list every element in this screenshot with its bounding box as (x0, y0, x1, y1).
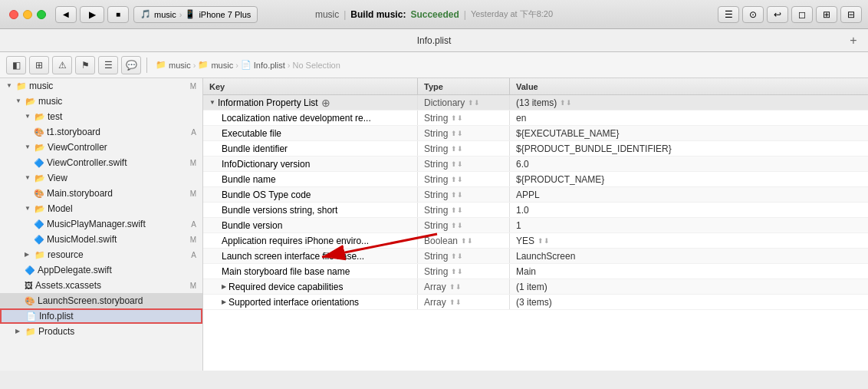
breadcrumb-nav: 📁 music › 📁 music › 📄 Info.plist › No Se… (156, 60, 340, 70)
key-label-8: Bundle version (222, 220, 282, 231)
breadcrumb-root[interactable]: music (169, 61, 191, 70)
breadcrumb-infoplist[interactable]: Info.plist (254, 61, 285, 70)
sidebar-item-vc-swift[interactable]: 🔷 ViewController.swift M (0, 155, 202, 170)
add-tab-button[interactable]: + (845, 32, 862, 49)
music-folder-icon: 📂 (25, 97, 36, 107)
plist-row-main-storyboard[interactable]: Main storyboard file base name String ⬆⬇… (203, 264, 868, 279)
plist-row-root[interactable]: ▼ Information Property List ⊕ Dictionary… (203, 95, 868, 110)
t1-storyboard-icon: 🎨 (34, 127, 44, 137)
value-label-3: ${PRODUCT_BUNDLE_IDENTIFIER} (516, 143, 672, 154)
run-button[interactable]: ▶ (80, 6, 104, 23)
pipe-separator: | (344, 9, 346, 20)
sidebar-item-products[interactable]: ▶ 📁 Products (0, 324, 202, 339)
tab-info-plist[interactable]: Info.plist (417, 35, 452, 46)
sidebar-item-model-folder[interactable]: ▼ 📂 Model (0, 201, 202, 216)
required-device-disclosure[interactable]: ▶ (222, 283, 226, 290)
key-label-10: Launch screen interface file base... (222, 251, 364, 262)
type-stepper-root[interactable]: ⬆⬇ (468, 99, 480, 107)
sidebar-item-view-folder[interactable]: ▼ 📂 View (0, 170, 202, 186)
plist-row-infodict[interactable]: InfoDictionary version String ⬆⬇ 6.0 (203, 157, 868, 172)
plist-row-localization[interactable]: Localization native development re... St… (203, 110, 868, 126)
minimize-button[interactable] (23, 10, 32, 19)
sidebar-item-musicmodel-swift[interactable]: 🔷 MusicModel.swift M (0, 232, 202, 247)
version-editor-button[interactable]: ⊟ (840, 6, 862, 23)
comment-button[interactable]: 💬 (121, 56, 141, 74)
sidebar-item-t1-storyboard[interactable]: 🎨 t1.storyboard A (0, 124, 202, 140)
stepper-8[interactable]: ⬆⬇ (451, 222, 463, 229)
sidebar-item-test[interactable]: ▼ 📂 test (0, 109, 202, 124)
back-forward-btn[interactable]: ↩ (767, 6, 788, 23)
stop-button[interactable]: ■ (107, 6, 129, 23)
breadcrumb-folder-icon2: 📁 (198, 60, 209, 70)
grid-view-button[interactable]: ⊞ (29, 56, 49, 74)
plist-row-ostype[interactable]: Bundle OS Type code String ⬆⬇ APPL (203, 187, 868, 203)
warning-button[interactable]: ⚠ (52, 56, 72, 74)
sidebar-item-launchscreen[interactable]: 🎨 LaunchScreen.storyboard (0, 293, 202, 308)
sidebar-item-musicplay-swift[interactable]: 🔷 MusicPlayManager.swift A (0, 216, 202, 232)
sidebar-item-appdelegate[interactable]: 🔷 AppDelegate.swift (0, 262, 202, 278)
test-disclosure: ▼ (25, 113, 32, 120)
stepper-2[interactable]: ⬆⬇ (451, 130, 463, 137)
scheme-selector[interactable]: 🎵 music › 📱 iPhone 7 Plus (133, 6, 258, 23)
plist-row-bundlever-short[interactable]: Bundle versions string, short String ⬆⬇ … (203, 203, 868, 218)
sidebar-item-resource-folder[interactable]: ▶ 📁 resource A (0, 247, 202, 262)
plist-value-11: Main (510, 264, 868, 279)
stepper-9[interactable]: ⬆⬇ (461, 237, 473, 245)
build-label: Build music: (350, 9, 406, 20)
add-row-button[interactable]: ⊕ (321, 97, 330, 109)
key-label-2: Executable file (222, 128, 281, 139)
stepper-13[interactable]: ⬆⬇ (449, 298, 462, 306)
plist-row-bundlever[interactable]: Bundle version String ⬆⬇ 1 (203, 218, 868, 233)
plist-row-required-device[interactable]: ▶ Required device capabilities Array ⬆⬇ … (203, 279, 868, 295)
plist-row-executable[interactable]: Executable file String ⬆⬇ ${EXECUTABLE_N… (203, 126, 868, 141)
stepper-1[interactable]: ⬆⬇ (451, 114, 463, 122)
header-key: Key (203, 78, 418, 94)
sidebar-item-music-folder[interactable]: ▼ 📂 music (0, 94, 202, 109)
editor-button[interactable]: ◻ (791, 6, 813, 23)
flag-button[interactable]: ⚑ (75, 56, 95, 74)
search-icon-btn[interactable]: ⊙ (742, 6, 764, 23)
stepper-6[interactable]: ⬆⬇ (451, 191, 463, 199)
back-button[interactable]: ◀ (55, 6, 77, 23)
breadcrumb-music[interactable]: music (211, 61, 233, 70)
key-label-5: Bundle name (222, 174, 276, 185)
assistant-editor-button[interactable]: ⊞ (816, 6, 837, 23)
value-label-6: APPL (516, 190, 540, 200)
value-stepper-root[interactable]: ⬆⬇ (560, 99, 572, 107)
plist-row-launchscreen[interactable]: Launch screen interface file base... Str… (203, 249, 868, 264)
key-label-11: Main storyboard file base name (222, 266, 350, 277)
sidebar-item-info-plist[interactable]: 📄 Info.plist (0, 308, 202, 324)
stepper-3[interactable]: ⬆⬇ (451, 145, 463, 153)
sidebar-label-products: Products (38, 326, 74, 337)
sidebar-toggle-button[interactable]: ◧ (6, 56, 26, 74)
root-row-disclosure[interactable]: ▼ (209, 99, 215, 106)
fullscreen-button[interactable] (37, 10, 46, 19)
stepper-11[interactable]: ⬆⬇ (451, 268, 463, 275)
root-type-label: Dictionary (424, 97, 465, 108)
sidebar-item-main-storyboard[interactable]: 🎨 Main.storyboard M (0, 186, 202, 201)
sidebar-root-item[interactable]: ▼ 📁 music M (0, 78, 202, 94)
stepper-7[interactable]: ⬆⬇ (451, 206, 463, 214)
list-view-button[interactable]: ☰ (718, 6, 739, 23)
plist-key-12: ▶ Required device capabilities (203, 279, 418, 294)
plist-key-11: Main storyboard file base name (203, 264, 418, 279)
plist-row-bundleid[interactable]: Bundle identifier String ⬆⬇ ${PRODUCT_BU… (203, 141, 868, 157)
stepper-5[interactable]: ⬆⬇ (451, 176, 463, 183)
plist-key-7: Bundle versions string, short (203, 203, 418, 217)
plist-row-bundlename[interactable]: Bundle name String ⬆⬇ ${PRODUCT_NAME} (203, 172, 868, 187)
stepper-4[interactable]: ⬆⬇ (451, 160, 463, 168)
header-key-label: Key (209, 82, 225, 91)
plist-key-13: ▶ Supported interface orientations (203, 295, 418, 309)
list-view-btn2[interactable]: ☰ (98, 56, 118, 74)
key-label-3: Bundle identifier (222, 143, 288, 154)
sidebar-item-assets[interactable]: 🖼 Assets.xcassets M (0, 278, 202, 293)
stepper-10[interactable]: ⬆⬇ (451, 252, 463, 260)
close-button[interactable] (9, 10, 18, 19)
plist-key-root: ▼ Information Property List ⊕ (203, 95, 418, 110)
stepper-12[interactable]: ⬆⬇ (449, 283, 462, 291)
sidebar-item-viewcontroller-folder[interactable]: ▼ 📂 ViewController (0, 140, 202, 155)
value-stepper-9[interactable]: ⬆⬇ (538, 237, 550, 245)
orientations-disclosure[interactable]: ▶ (222, 298, 226, 305)
plist-row-requires-iphone[interactable]: Application requires iPhone enviro... Bo… (203, 233, 868, 249)
plist-row-interface-orientations[interactable]: ▶ Supported interface orientations Array… (203, 295, 868, 310)
